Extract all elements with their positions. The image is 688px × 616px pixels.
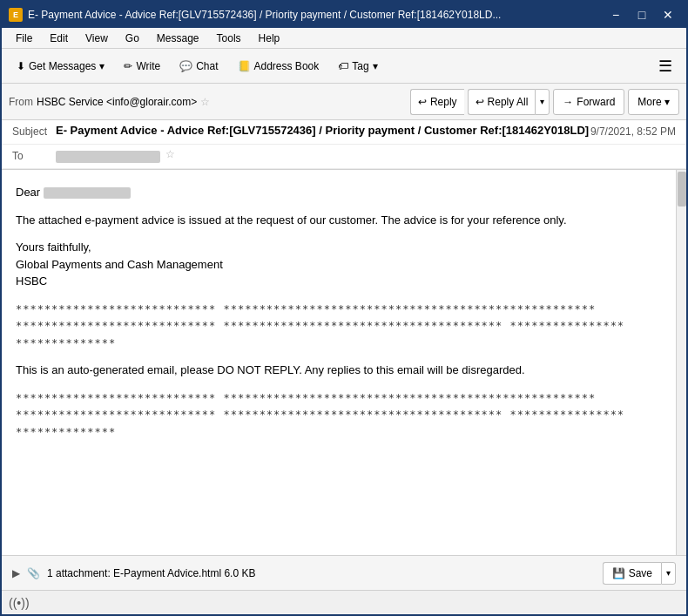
reply-icon: ↩	[418, 96, 427, 108]
scrollbar[interactable]	[676, 170, 686, 555]
menu-file[interactable]: File	[9, 30, 39, 46]
from-label: From	[9, 96, 33, 108]
email-body: Dear The attached e-payment advice is is…	[2, 170, 676, 555]
save-button[interactable]: 💾 Save	[603, 562, 661, 585]
stars-group-2: **************************** ***********…	[16, 389, 662, 441]
reply-button[interactable]: ↩ Reply	[410, 89, 464, 115]
address-book-icon: 📒	[238, 60, 251, 72]
to-star-icon[interactable]: ☆	[165, 148, 175, 160]
write-button[interactable]: ✏ Write	[116, 56, 168, 77]
menu-view[interactable]: View	[78, 30, 115, 46]
action-bar: From HSBC Service <info@glorair.com> ☆ ↩…	[2, 84, 686, 120]
menu-bar: File Edit View Go Message Tools Help	[2, 28, 686, 49]
to-label: To	[12, 148, 56, 162]
attachment-icon: 📎	[27, 567, 40, 579]
menu-help[interactable]: Help	[252, 30, 287, 46]
reply-all-button[interactable]: ↩ Reply All	[468, 89, 536, 115]
status-bar: ((•))	[2, 590, 686, 614]
write-icon: ✏	[124, 60, 132, 72]
tag-dropdown-icon: ▾	[373, 60, 378, 72]
title-bar: E E- Payment Advice - Advice Ref:[GLV715…	[2, 2, 686, 28]
subject-row: Subject E- Payment Advice - Advice Ref:[…	[2, 120, 686, 145]
menu-tools[interactable]: Tools	[210, 30, 248, 46]
to-row: To ☆	[2, 145, 686, 169]
tag-button[interactable]: 🏷 Tag ▾	[330, 56, 385, 77]
menu-message[interactable]: Message	[150, 30, 206, 46]
save-dropdown[interactable]: ▾	[661, 562, 676, 585]
more-button[interactable]: More ▾	[628, 89, 679, 115]
body-para1: The attached e-payment advice is issued …	[16, 212, 662, 229]
reply-all-icon: ↩	[476, 96, 484, 108]
attachment-info: 1 attachment: E-Payment Advice.html 6.0 …	[47, 567, 596, 579]
maximize-button[interactable]: □	[631, 6, 653, 24]
reply-all-button-group: ↩ Reply All ▾	[468, 89, 550, 115]
chat-button[interactable]: 💬 Chat	[172, 56, 226, 77]
body-area: DLP.com Dear The attached e-payment advi…	[2, 170, 686, 555]
window-title: E- Payment Advice - Advice Ref:[GLV71557…	[28, 9, 501, 21]
auto-notice: This is an auto-generated email, please …	[16, 362, 662, 379]
address-book-button[interactable]: 📒 Address Book	[230, 56, 327, 77]
get-messages-dropdown-icon[interactable]: ▾	[99, 60, 105, 72]
attachment-bar: ▶ 📎 1 attachment: E-Payment Advice.html …	[2, 555, 686, 590]
subject-label: Subject	[12, 124, 56, 138]
menu-go[interactable]: Go	[118, 30, 146, 46]
close-button[interactable]: ✕	[657, 6, 679, 24]
from-star-icon[interactable]: ☆	[200, 96, 210, 108]
reply-button-group: ↩ Reply	[410, 89, 464, 115]
expand-button[interactable]: ▶	[12, 567, 20, 579]
get-messages-button[interactable]: ⬇ Get Messages ▾	[9, 56, 112, 77]
tag-icon: 🏷	[338, 60, 348, 72]
from-value: HSBC Service <info@glorair.com>	[37, 96, 197, 108]
reply-all-dropdown[interactable]: ▾	[535, 89, 550, 115]
wifi-icon: ((•))	[9, 596, 30, 610]
email-header: Subject E- Payment Advice - Advice Ref:[…	[2, 120, 686, 170]
hamburger-menu[interactable]: ☰	[651, 53, 679, 79]
email-date: 9/7/2021, 8:52 PM	[590, 124, 676, 138]
stars-group-1: **************************** ***********…	[16, 301, 662, 352]
menu-edit[interactable]: Edit	[43, 30, 75, 46]
minimize-button[interactable]: −	[604, 6, 627, 24]
subject-value: E- Payment Advice - Advice Ref:[GLV71557…	[56, 124, 590, 137]
scroll-thumb[interactable]	[678, 172, 686, 206]
body-content: DLP.com Dear The attached e-payment advi…	[2, 170, 676, 555]
get-messages-icon: ⬇	[17, 60, 25, 72]
greeting-line: Dear	[16, 184, 662, 201]
body-para2: Yours faithfully, Global Payments and Ca…	[16, 239, 662, 290]
app-icon: E	[9, 8, 23, 22]
forward-icon: →	[563, 96, 573, 108]
save-button-group: 💾 Save ▾	[603, 562, 676, 585]
forward-button[interactable]: → Forward	[553, 89, 624, 115]
save-icon: 💾	[612, 567, 625, 579]
chat-icon: 💬	[179, 60, 192, 72]
toolbar: ⬇ Get Messages ▾ ✏ Write 💬 Chat 📒 Addres…	[2, 49, 686, 84]
to-value-blurred	[56, 151, 160, 163]
dear-name-blurred	[44, 187, 131, 199]
